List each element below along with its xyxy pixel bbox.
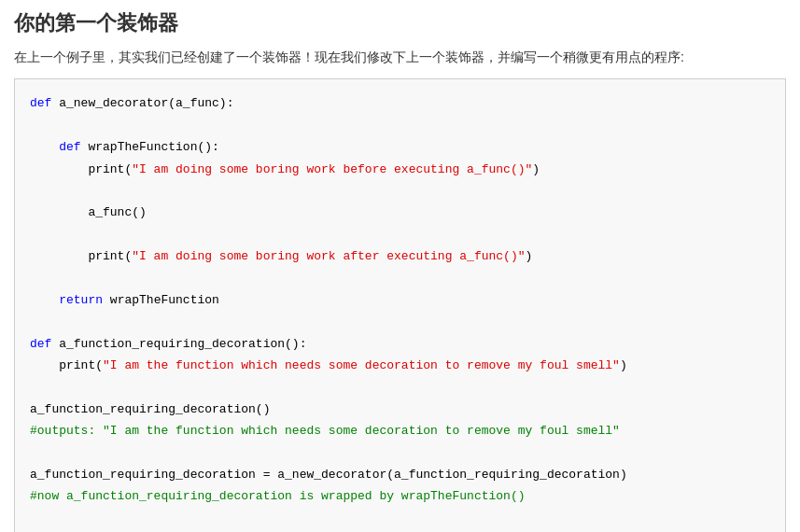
code-line-12: def a_function_requiring_decoration():	[30, 333, 770, 355]
code-line-2	[30, 115, 770, 136]
code-line-16: #outputs: "I am the function which needs…	[30, 420, 770, 441]
code-line-8: print("I am doing some boring work after…	[30, 245, 770, 267]
page-title: 你的第一个装饰器	[14, 9, 786, 37]
code-line-17	[30, 442, 770, 464]
code-line-4: print("I am doing some boring work befor…	[30, 159, 770, 180]
code-line-18: a_function_requiring_decoration = a_new_…	[30, 464, 770, 485]
code-line-6: a_func()	[30, 202, 770, 223]
code-line-7	[30, 224, 770, 245]
code-line-1: def a_new_decorator(a_func):	[30, 92, 770, 114]
code-line-3: def wrapTheFunction():	[30, 136, 770, 158]
code-line-9	[30, 268, 770, 289]
code-line-20	[30, 508, 770, 529]
code-line-13: print("I am the function which needs som…	[30, 355, 770, 376]
code-line-14	[30, 376, 770, 398]
code-block: def a_new_decorator(a_func): def wrapThe…	[14, 78, 786, 532]
code-line-5	[30, 180, 770, 202]
code-line-15: a_function_requiring_decoration()	[30, 399, 770, 420]
code-line-10: return wrapTheFunction	[30, 289, 770, 311]
code-line-11	[30, 311, 770, 332]
code-line-19: #now a_function_requiring_decoration is …	[30, 485, 770, 507]
intro-text: 在上一个例子里，其实我们已经创建了一个装饰器！现在我们修改下上一个装饰器，并编写…	[14, 47, 786, 67]
